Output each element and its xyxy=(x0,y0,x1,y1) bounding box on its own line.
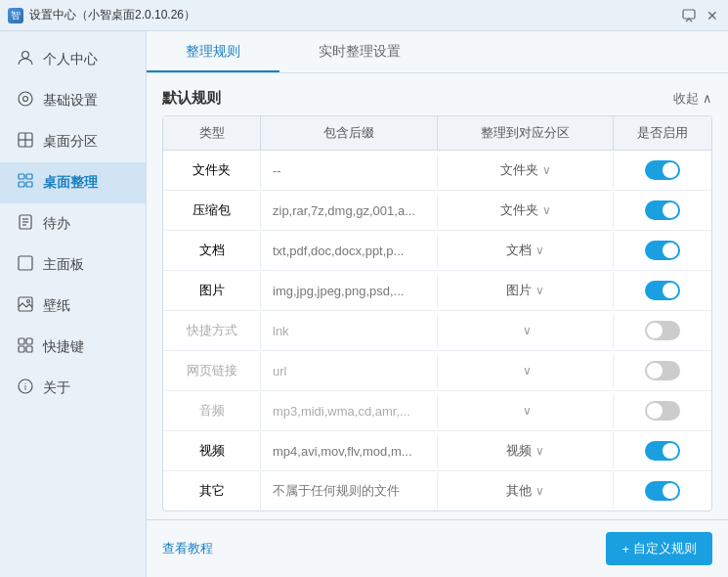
sidebar-label-wallpaper: 壁纸 xyxy=(43,297,70,315)
app-icon: 智 xyxy=(8,8,23,23)
svg-rect-8 xyxy=(26,174,32,179)
close-button[interactable]: ✕ xyxy=(705,8,720,23)
chevron-down-icon: ∨ xyxy=(542,163,551,177)
toggle-switch[interactable] xyxy=(645,241,680,260)
type-cell: 文件夹 xyxy=(163,152,261,189)
custom-rule-button[interactable]: + 自定义规则 xyxy=(606,532,712,565)
toggle-switch[interactable] xyxy=(645,441,680,461)
svg-rect-18 xyxy=(19,338,24,344)
toggle-switch[interactable] xyxy=(645,281,680,300)
type-cell: 其它 xyxy=(163,472,261,510)
chevron-down-icon: ∨ xyxy=(535,244,544,257)
chevron-down-icon: ∨ xyxy=(523,364,532,377)
toggle-cell[interactable] xyxy=(614,471,711,510)
sidebar-item-about[interactable]: i 关于 xyxy=(0,368,146,409)
suffix-cell: mp4,avi,mov,flv,mod,m... xyxy=(261,434,438,468)
sidebar: 个人中心 基础设置 桌面分区 xyxy=(0,31,147,577)
svg-rect-19 xyxy=(26,338,32,344)
svg-rect-10 xyxy=(26,182,32,187)
toggle-cell[interactable] xyxy=(614,351,711,390)
sidebar-label-profile: 个人中心 xyxy=(43,51,98,68)
content-area: 整理规则 实时整理设置 默认规则 收起 ∧ 类型 包含后缀 整理到对应分区 xyxy=(147,31,728,577)
collapse-button[interactable]: 收起 ∧ xyxy=(673,90,712,108)
svg-point-1 xyxy=(22,52,29,59)
todo-icon xyxy=(16,213,35,235)
section-header: 默认规则 收起 ∧ xyxy=(162,89,712,108)
svg-point-17 xyxy=(27,300,30,303)
table-row: 文件夹 -- 文件夹 ∨ xyxy=(163,151,711,191)
toggle-cell[interactable] xyxy=(614,191,711,230)
sidebar-item-profile[interactable]: 个人中心 xyxy=(0,39,146,80)
toggle-cell[interactable] xyxy=(614,231,711,270)
sidebar-item-shortcut[interactable]: 快捷键 xyxy=(0,327,146,368)
dashboard-icon xyxy=(16,254,35,276)
toggle-switch[interactable] xyxy=(645,321,680,340)
title-bar: 智 设置中心（小智桌面2.0.10.26） ✕ xyxy=(0,0,728,31)
svg-rect-20 xyxy=(19,346,24,352)
tab-bar: 整理规则 实时整理设置 xyxy=(147,31,728,73)
toggle-cell[interactable] xyxy=(614,311,711,350)
sidebar-item-todo[interactable]: 待办 xyxy=(0,203,146,244)
sidebar-label-about: 关于 xyxy=(43,379,70,397)
chevron-down-icon: ∨ xyxy=(535,444,544,458)
sidebar-label-organize: 桌面整理 xyxy=(43,174,98,192)
table-row: 其它 不属于任何规则的文件 其他 ∨ xyxy=(163,471,711,510)
sidebar-item-basic[interactable]: 基础设置 xyxy=(0,80,146,121)
svg-rect-21 xyxy=(26,346,32,352)
suffix-cell: mp3,midi,wma,cd,amr,... xyxy=(261,394,438,428)
suffix-cell: 不属于任何规则的文件 xyxy=(261,472,438,510)
sidebar-item-partition[interactable]: 桌面分区 xyxy=(0,121,146,162)
sidebar-label-dashboard: 主面板 xyxy=(43,256,84,274)
sidebar-item-organize[interactable]: 桌面整理 xyxy=(0,162,146,203)
header-enabled: 是否启用 xyxy=(614,116,711,150)
collapse-icon: ∧ xyxy=(703,91,712,106)
dest-cell[interactable]: ∨ xyxy=(438,314,614,347)
toggle-switch[interactable] xyxy=(645,361,680,380)
shortcut-icon xyxy=(16,336,35,358)
basic-icon xyxy=(16,90,35,111)
content-body: 默认规则 收起 ∧ 类型 包含后缀 整理到对应分区 是否启用 文件夹 -- xyxy=(147,73,728,519)
dest-cell[interactable]: 图片 ∨ xyxy=(438,272,614,309)
svg-point-2 xyxy=(19,92,32,106)
toggle-cell[interactable] xyxy=(614,391,711,430)
message-icon[interactable] xyxy=(681,8,697,23)
tutorial-link[interactable]: 查看教程 xyxy=(162,540,213,557)
suffix-cell: -- xyxy=(261,154,438,188)
svg-rect-15 xyxy=(19,256,32,270)
toggle-switch[interactable] xyxy=(645,200,680,220)
sidebar-label-basic: 基础设置 xyxy=(43,92,98,110)
sidebar-label-shortcut: 快捷键 xyxy=(43,338,84,356)
table-row: 视频 mp4,avi,mov,flv,mod,m... 视频 ∨ xyxy=(163,431,711,471)
suffix-cell: url xyxy=(261,354,438,388)
table-row: 音频 mp3,midi,wma,cd,amr,... ∨ xyxy=(163,391,711,431)
sidebar-item-dashboard[interactable]: 主面板 xyxy=(0,244,146,286)
dest-cell[interactable]: 文件夹 ∨ xyxy=(438,192,614,229)
dest-cell[interactable]: ∨ xyxy=(438,354,614,387)
toggle-switch[interactable] xyxy=(645,481,680,501)
type-cell: 网页链接 xyxy=(163,352,261,389)
toggle-switch[interactable] xyxy=(645,401,680,421)
sidebar-item-wallpaper[interactable]: 壁纸 xyxy=(0,286,146,327)
sidebar-label-partition: 桌面分区 xyxy=(43,133,98,151)
toggle-cell[interactable] xyxy=(614,271,711,310)
dest-cell[interactable]: 其他 ∨ xyxy=(438,472,614,510)
dest-cell[interactable]: 文件夹 ∨ xyxy=(438,152,614,189)
toggle-cell[interactable] xyxy=(614,431,711,470)
organize-icon xyxy=(16,172,35,194)
header-suffix: 包含后缀 xyxy=(261,116,438,150)
dest-cell[interactable]: 文档 ∨ xyxy=(438,232,614,269)
chevron-down-icon: ∨ xyxy=(523,324,532,337)
suffix-cell: txt,pdf,doc,docx,ppt,p... xyxy=(261,234,438,268)
toggle-cell[interactable] xyxy=(614,151,711,190)
toggle-switch[interactable] xyxy=(645,160,680,180)
dest-cell[interactable]: 视频 ∨ xyxy=(438,432,614,469)
type-cell: 文档 xyxy=(163,232,261,269)
svg-point-3 xyxy=(23,97,28,102)
rules-table: 类型 包含后缀 整理到对应分区 是否启用 文件夹 -- 文件夹 ∨ xyxy=(162,115,712,511)
tab-rules[interactable]: 整理规则 xyxy=(147,31,279,72)
chevron-down-icon: ∨ xyxy=(542,203,551,217)
chevron-down-icon: ∨ xyxy=(523,404,532,418)
dest-cell[interactable]: ∨ xyxy=(438,394,614,427)
tab-realtime[interactable]: 实时整理设置 xyxy=(279,31,440,72)
type-cell: 视频 xyxy=(163,432,261,469)
